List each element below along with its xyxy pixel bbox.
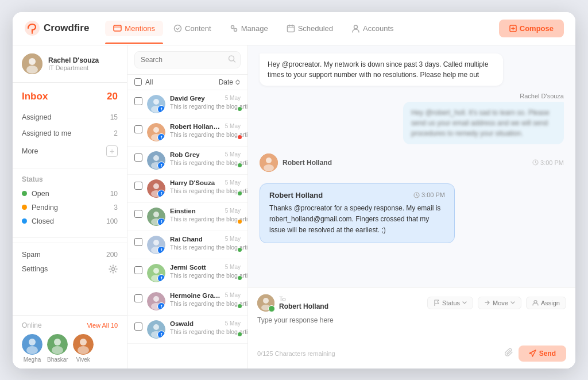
inbox-header: Inbox 20 [13, 83, 127, 107]
reply-avatar [257, 294, 274, 312]
platform-badge: f [157, 162, 165, 170]
add-more-button[interactable]: + [106, 145, 118, 157]
flag-icon [434, 300, 440, 306]
message-list: All Date f David Grey 5 May [127, 45, 248, 369]
message-preview: This is regarding the blog article publi… [170, 187, 247, 194]
message-sender: Einstien [170, 208, 196, 214]
message-checkbox[interactable] [134, 323, 142, 331]
select-all-checkbox[interactable] [134, 78, 142, 86]
send-button[interactable]: Send [519, 346, 566, 362]
reply-textarea[interactable] [257, 316, 566, 339]
list-item[interactable]: f David Grey 5 May This is regarding the… [127, 90, 247, 118]
list-item[interactable]: f Rob Grey 5 May This is regarding the b… [127, 147, 247, 175]
online-user-megha: Megha [22, 334, 42, 363]
nav-items: Mentions Content Manage [105, 21, 498, 36]
scheduled-icon [287, 24, 295, 33]
status-item-pending[interactable]: Pending 3 [22, 201, 118, 214]
list-item[interactable]: f Oswald 5 May This is regarding the blo… [127, 316, 247, 344]
list-item[interactable]: f Hermoine Granger (9) 5 May This is reg… [127, 287, 247, 316]
char-count: 0/125 Characters remaining [257, 350, 335, 357]
move-chevron-icon [510, 301, 515, 305]
app-container: Crowdfire Mentions Content [13, 12, 575, 369]
sidebar-item-assigned[interactable]: Assigned 15 [13, 109, 127, 125]
thread-header: Robert Holland 3:00 PM [260, 153, 564, 172]
message-date: 5 May [225, 320, 241, 327]
message-avatar: f [147, 320, 165, 339]
message-checkbox[interactable] [134, 210, 142, 218]
nav-item-content[interactable]: Content [165, 21, 219, 36]
sidebar-item-assigned-to-me[interactable]: Assigned to me 2 [13, 125, 127, 141]
list-item[interactable]: f Harry D'Souza 5 May This is regarding … [127, 175, 247, 203]
nav-item-manage[interactable]: Manage [222, 21, 276, 36]
sidebar-item-settings[interactable]: Settings [22, 262, 118, 277]
assign-button[interactable]: Assign [526, 297, 566, 309]
platform-badge: f [157, 302, 165, 310]
nav-item-mentions[interactable]: Mentions [105, 21, 163, 36]
list-item[interactable]: f Einstien 5 May This is regarding the b… [127, 203, 247, 231]
content-icon [173, 24, 182, 33]
message-sender: Hermoine Granger (9) [170, 292, 223, 299]
svg-point-27 [153, 127, 159, 133]
message-checkbox[interactable] [134, 238, 142, 246]
sort-date-button[interactable]: Date [219, 78, 241, 86]
svg-point-5 [234, 28, 237, 31]
message-avatar: f [147, 179, 165, 198]
inbox-count: 20 [107, 91, 118, 102]
search-input[interactable] [134, 51, 241, 68]
list-item[interactable]: f Jermi Scott 5 May This is regarding th… [127, 259, 247, 287]
message-avatar: f [147, 123, 165, 141]
chevron-down-icon [462, 301, 467, 305]
message-indicator [238, 332, 242, 336]
message-checkbox[interactable] [134, 153, 142, 162]
open-status-dot [22, 191, 27, 196]
clock-icon [532, 159, 539, 166]
message-indicator [238, 304, 242, 308]
message-date: 5 May [225, 95, 241, 101]
message-checkbox[interactable] [134, 294, 142, 302]
search-icon [228, 55, 236, 64]
sort-icon [235, 79, 241, 85]
svg-rect-2 [114, 25, 121, 31]
logo: Crowdfire [24, 20, 89, 36]
bh-clock-icon [413, 192, 420, 198]
message-sender: Rai Chand [170, 236, 203, 243]
reply-to-label: To [279, 295, 328, 302]
status-item-closed[interactable]: Closed 100 [22, 214, 118, 228]
incoming-bubble-wrap: Hey @procreator. My network is down sinc… [260, 53, 503, 86]
svg-point-18 [52, 346, 63, 354]
sidebar-item-spam[interactable]: Spam 200 [22, 248, 118, 262]
list-item[interactable]: f Robert Holland (5) 5 May This is regar… [127, 118, 247, 147]
platform-badge: f [157, 331, 165, 339]
assign-icon [532, 300, 539, 306]
svg-point-30 [153, 155, 159, 161]
message-checkbox[interactable] [134, 266, 142, 274]
list-item[interactable]: f Rai Chand 5 May This is regarding the … [127, 231, 247, 259]
highlighted-bubble: Robert Holland 3:00 PM Thanks @procreato… [260, 183, 455, 244]
sidebar-status-section: Status Open 10 Pending 3 [13, 173, 127, 233]
move-button[interactable]: Move [478, 297, 521, 309]
sidebar-item-more[interactable]: More + [13, 141, 127, 161]
message-date: 5 May [225, 123, 241, 129]
compose-button[interactable]: Compose [499, 20, 564, 37]
message-checkbox[interactable] [134, 97, 142, 105]
message-checkbox[interactable] [134, 182, 142, 190]
message-sender: Rob Grey [170, 151, 200, 158]
status-button[interactable]: Status [427, 297, 473, 309]
nav-item-accounts[interactable]: Accounts [343, 21, 401, 36]
platform-badge: f [157, 246, 165, 254]
reply-actions: Status Move Assign [427, 297, 566, 309]
message-indicator [238, 220, 242, 224]
message-checkbox[interactable] [134, 125, 142, 133]
svg-point-21 [78, 346, 89, 354]
message-avatar: f [147, 264, 165, 282]
status-item-open[interactable]: Open 10 [22, 187, 118, 201]
user-avatar-img [22, 53, 42, 74]
attach-button[interactable] [505, 348, 514, 359]
message-date: 5 May [225, 264, 241, 270]
nav-item-scheduled[interactable]: Scheduled [278, 21, 341, 36]
message-date: 5 May [225, 292, 241, 298]
thread-sender: Robert Holland [283, 159, 332, 167]
message-sender: Robert Holland (5) [170, 123, 223, 130]
view-all-link[interactable]: View All 10 [87, 322, 118, 329]
sidebar-filter-section: Assigned 15 Assigned to me 2 More + [13, 107, 127, 163]
